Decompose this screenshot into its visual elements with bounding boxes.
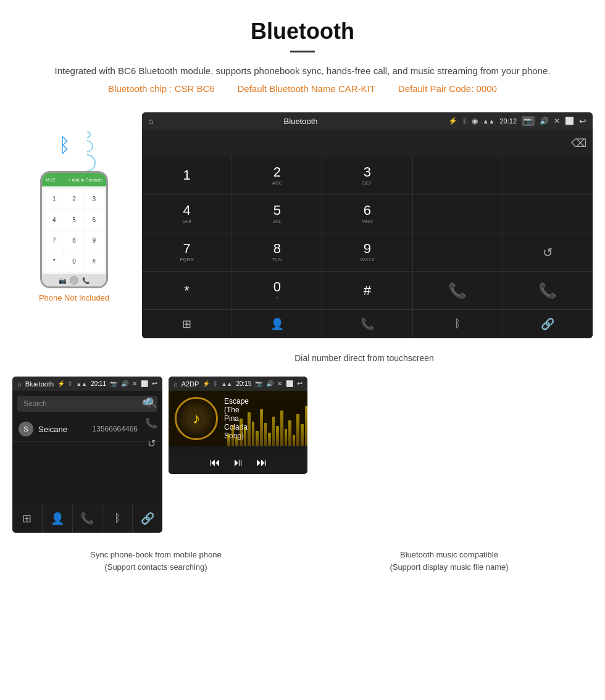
home-icon[interactable]: ⌂ xyxy=(148,116,153,126)
pb-icon-refresh[interactable]: ↺ xyxy=(145,438,157,449)
key-empty-1 xyxy=(413,157,503,194)
close-icon[interactable]: ✕ xyxy=(554,117,560,125)
key-refresh[interactable]: ↺ xyxy=(503,233,593,271)
phone-key-6: 6 xyxy=(85,210,104,230)
music-header: ⌂ A2DP ⚡ ᛒ ▲▲ 20:15 📷 🔊 ✕ ⬜ ↩ xyxy=(169,377,307,391)
dial-input-row: ⌫ xyxy=(142,130,593,157)
key-call-green[interactable]: 📞 xyxy=(413,272,503,309)
prev-button[interactable]: ⏮ xyxy=(209,456,220,469)
music-home-icon[interactable]: ⌂ xyxy=(173,380,178,388)
pb-nav-phone[interactable]: 📞 xyxy=(73,504,103,533)
pb-nav-link[interactable]: 🔗 xyxy=(133,504,162,533)
camera-icon[interactable]: 📷 xyxy=(522,116,535,126)
phone-top-bar: M:22 + Add to Contacts xyxy=(42,173,106,186)
key-1[interactable]: 1 xyxy=(142,157,232,194)
main-content: ᛒ M:22 + Add to Contacts 1 2 3 4 5 6 7 8 xyxy=(0,106,605,344)
key-2[interactable]: 2ABC xyxy=(232,157,322,194)
backspace-button[interactable]: ⌫ xyxy=(571,136,586,150)
music-camera: 📷 xyxy=(255,380,262,387)
screen-icon[interactable]: ⬜ xyxy=(565,117,574,125)
search-bar[interactable]: Search 🔍 xyxy=(17,396,157,412)
pb-bt-icon: ᛒ xyxy=(69,380,72,387)
title-divider xyxy=(290,51,315,52)
key-7[interactable]: 7PQRS xyxy=(142,233,232,271)
pb-camera: 📷 xyxy=(110,380,117,387)
key-6[interactable]: 6MNO xyxy=(322,195,412,233)
viz-bar xyxy=(288,420,291,446)
key-call-red[interactable]: 📞 xyxy=(503,272,593,309)
key-4[interactable]: 4GHI xyxy=(142,195,232,233)
phone-key-3: 3 xyxy=(85,189,104,209)
usb-icon: ⚡ xyxy=(448,117,457,125)
specs-line: Bluetooth chip : CSR BC6 Default Bluetoo… xyxy=(37,83,568,94)
pb-signal: ▲▲ xyxy=(76,381,87,387)
music-caption-text: Bluetooth music compatible (Support disp… xyxy=(306,549,593,573)
nav-contacts[interactable]: 👤 xyxy=(232,310,322,338)
key-9[interactable]: 9WXYZ xyxy=(322,233,412,271)
viz-bar xyxy=(301,424,304,446)
bottom-nav: ⊞ 👤 📞 ᛒ 🔗 xyxy=(142,309,593,338)
pb-home-icon[interactable]: ⌂ xyxy=(17,380,22,388)
contact-phone: 13566664466 xyxy=(93,425,138,433)
back-icon[interactable]: ↩ xyxy=(579,116,586,126)
music-back[interactable]: ↩ xyxy=(297,380,302,388)
header: Bluetooth Integrated with BC6 Bluetooth … xyxy=(0,0,605,106)
key-star[interactable]: * xyxy=(142,272,232,309)
key-5[interactable]: 5JKL xyxy=(232,195,322,233)
nav-phone[interactable]: 📞 xyxy=(322,310,412,338)
key-3[interactable]: 3DEF xyxy=(322,157,412,194)
phone-call-label: M:22 xyxy=(46,178,56,182)
key-hash[interactable]: # xyxy=(322,272,412,309)
music-screen-icon[interactable]: ⬜ xyxy=(286,380,293,387)
arc-medium xyxy=(78,138,96,155)
next-button[interactable]: ⏭ xyxy=(256,456,267,469)
viz-bar xyxy=(305,406,308,446)
bluetooth-icon: ᛒ xyxy=(59,134,70,157)
pb-nav-bt[interactable]: ᛒ xyxy=(102,504,133,533)
album-art: ♪ xyxy=(175,397,218,446)
album-art-circle: ♪ xyxy=(175,397,218,440)
music-time: 20:15 xyxy=(236,380,251,387)
contact-list-empty xyxy=(12,442,162,504)
pb-close[interactable]: ✕ xyxy=(132,380,137,387)
pb-back[interactable]: ↩ xyxy=(152,380,157,388)
pb-bottom-nav: ⊞ 👤 📞 ᛒ 🔗 xyxy=(12,504,162,533)
contact-name: Seicane xyxy=(38,425,93,434)
viz-bar xyxy=(244,428,247,446)
viz-bar xyxy=(232,425,235,446)
phone-home-button[interactable] xyxy=(70,276,78,285)
volume-icon[interactable]: 🔊 xyxy=(540,117,549,125)
pb-nav-grid[interactable]: ⊞ xyxy=(12,504,43,533)
viz-bar xyxy=(227,434,230,446)
music-usb-icon: ⚡ xyxy=(202,380,210,387)
pb-title: Bluetooth xyxy=(25,380,54,388)
pb-icon-search[interactable]: 🔍 xyxy=(145,397,157,409)
phone-bottom: 📷 📞 xyxy=(42,274,106,286)
phone-key-8: 8 xyxy=(64,231,83,251)
nav-link[interactable]: 🔗 xyxy=(503,310,593,338)
nav-grid[interactable]: ⊞ xyxy=(142,310,232,338)
phonebook-right-icons: 🔍 📞 ↺ xyxy=(145,391,157,449)
key-8[interactable]: 8TUV xyxy=(232,233,322,271)
key-empty-2 xyxy=(503,157,593,194)
viz-bar xyxy=(276,426,279,446)
location-icon: ◉ xyxy=(472,117,478,125)
pb-time: 20:11 xyxy=(91,380,106,387)
pb-screen[interactable]: ⬜ xyxy=(141,380,148,387)
phonebook-header: ⌂ Bluetooth ⚡ ᛒ ▲▲ 20:11 📷 🔊 ✕ ⬜ ↩ xyxy=(12,377,162,391)
play-pause-button[interactable]: ⏯ xyxy=(233,456,244,469)
phone-key-4: 4 xyxy=(44,210,64,230)
phonebook-screen: ⌂ Bluetooth ⚡ ᛒ ▲▲ 20:11 📷 🔊 ✕ ⬜ ↩ Searc… xyxy=(12,377,162,533)
spec-code: Default Pair Code: 0000 xyxy=(398,83,497,94)
music-close[interactable]: ✕ xyxy=(277,380,282,387)
pb-nav-person[interactable]: 👤 xyxy=(43,504,73,533)
key-0[interactable]: 0+ xyxy=(232,272,322,309)
phonebook-content: Search 🔍 S Seicane 13566664466 🔍 📞 ↺ xyxy=(12,391,162,504)
bottom-screens: ⌂ Bluetooth ⚡ ᛒ ▲▲ 20:11 📷 🔊 ✕ ⬜ ↩ Searc… xyxy=(0,377,605,545)
nav-bluetooth[interactable]: ᛒ xyxy=(413,310,503,338)
dial-screen-wrapper: ⌂ Bluetooth ⚡ ᛒ ◉ ▲▲ 20:12 📷 🔊 ✕ ⬜ ↩ ⌫ xyxy=(142,112,593,338)
pb-icon-call[interactable]: 📞 xyxy=(145,417,157,429)
phonebook-caption-text: Sync phone-book from mobile phone (Suppo… xyxy=(12,549,299,573)
viz-bar xyxy=(264,423,267,446)
pb-usb-icon: ⚡ xyxy=(57,380,65,387)
